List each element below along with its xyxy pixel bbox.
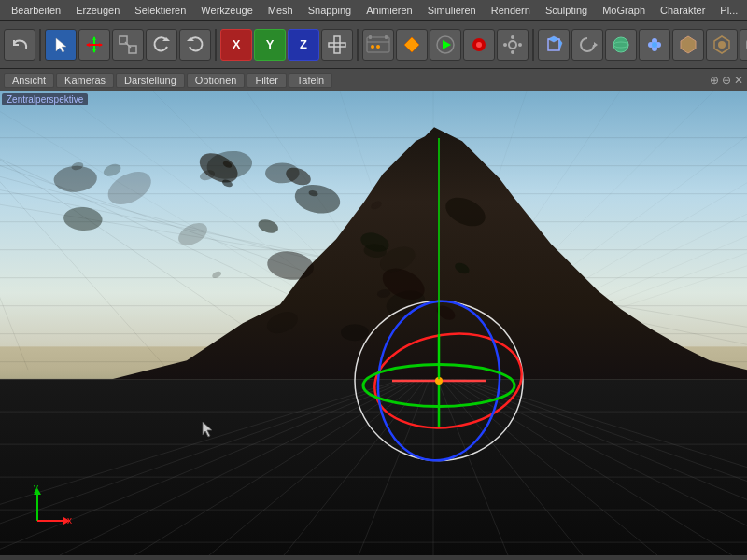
toolbar: X Y Z: [0, 21, 747, 69]
menu-sculpting[interactable]: Sculpting: [538, 3, 595, 18]
menu-selektieren[interactable]: Selektieren: [127, 3, 193, 18]
view-rotate-button[interactable]: [571, 29, 603, 61]
menu-bar: Bearbeiten Erzeugen Selektieren Werkzeug…: [0, 0, 747, 21]
svg-point-26: [511, 50, 514, 54]
svg-marker-3: [92, 49, 96, 53]
axis-z-label: Z: [300, 37, 307, 51]
view-flower-button[interactable]: [639, 29, 670, 61]
toolbar-sep-3: [357, 29, 359, 61]
svg-marker-2: [92, 36, 96, 40]
select-tool-button[interactable]: [45, 29, 77, 61]
menu-rendern[interactable]: Rendern: [484, 3, 538, 18]
axis-y-label: Y: [266, 37, 275, 51]
menu-charakter[interactable]: Charakter: [653, 3, 712, 18]
view-minus-icon[interactable]: ⊖: [722, 74, 731, 87]
view-tafeln-menu[interactable]: Tafeln: [289, 73, 332, 88]
svg-marker-4: [86, 43, 90, 47]
svg-point-42: [718, 41, 726, 49]
rotate-ccw-button[interactable]: [179, 29, 211, 61]
svg-point-33: [613, 37, 628, 52]
view-darstellung-menu[interactable]: Darstellung: [116, 73, 185, 88]
menu-erzeugen[interactable]: Erzeugen: [68, 3, 127, 18]
menu-mesh[interactable]: Mesh: [261, 3, 301, 18]
svg-point-17: [371, 45, 374, 49]
camera-button[interactable]: [740, 29, 747, 61]
svg-marker-30: [548, 36, 559, 42]
menu-simulieren[interactable]: Simulieren: [420, 3, 484, 18]
svg-point-18: [376, 45, 380, 49]
svg-rect-12: [334, 36, 340, 53]
svg-marker-32: [594, 42, 598, 48]
svg-marker-19: [404, 37, 419, 52]
timeline-button[interactable]: [362, 29, 394, 61]
rotate-cw-button[interactable]: [146, 29, 177, 61]
axes-indicator: x y: [19, 483, 75, 537]
view-optionen-menu[interactable]: Optionen: [187, 73, 246, 88]
view-cube-button[interactable]: [538, 29, 570, 61]
keyframe-button[interactable]: [396, 29, 428, 61]
axis-x-label: X: [233, 37, 241, 51]
menu-bearbeiten[interactable]: Bearbeiten: [4, 3, 68, 18]
toolbar-sep-4: [532, 29, 534, 61]
viewport[interactable]: Zentralperspektive x y: [0, 91, 747, 555]
svg-text:x: x: [67, 515, 72, 525]
menu-pl[interactable]: Pl...: [712, 3, 745, 18]
view-sphere-button[interactable]: [605, 29, 637, 61]
svg-marker-21: [443, 40, 451, 49]
view-plus-icon[interactable]: ⊕: [710, 74, 719, 87]
svg-text:y: y: [34, 483, 38, 493]
record-button[interactable]: [463, 29, 495, 61]
undo-button[interactable]: [4, 29, 35, 61]
svg-marker-5: [99, 43, 103, 47]
svg-point-24: [509, 41, 516, 49]
toolbar-sep-2: [215, 29, 217, 61]
view-hex-button[interactable]: [672, 29, 704, 61]
svg-point-28: [518, 43, 522, 47]
menu-snapping[interactable]: Snapping: [301, 3, 359, 18]
menu-werkzeuge[interactable]: Werkzeuge: [193, 3, 260, 18]
view-kameras-menu[interactable]: Kameras: [56, 73, 114, 88]
axis-y-button[interactable]: Y: [254, 29, 286, 61]
viewport-label: Zentralperspektive: [2, 93, 88, 105]
svg-line-8: [125, 42, 131, 48]
anim-settings-button[interactable]: [497, 29, 529, 61]
transform-mode-button[interactable]: [321, 29, 353, 61]
svg-point-39: [652, 42, 657, 48]
scale-tool-button[interactable]: [112, 29, 144, 61]
view-close-icon[interactable]: ✕: [734, 74, 743, 87]
toolbar-sep-1: [39, 29, 41, 61]
view-controls-bar: Ansicht Kameras Darstellung Optionen Fil…: [0, 69, 747, 91]
svg-point-25: [511, 35, 514, 39]
menu-mograph[interactable]: MoGraph: [595, 3, 653, 18]
svg-marker-31: [559, 39, 562, 50]
axis-z-button[interactable]: Z: [288, 29, 319, 61]
svg-point-27: [503, 43, 507, 47]
move-tool-button[interactable]: [78, 29, 110, 61]
svg-rect-15: [385, 35, 388, 39]
view-icon-group: ⊕ ⊖ ✕: [710, 74, 743, 87]
view-ansicht-menu[interactable]: Ansicht: [4, 73, 54, 88]
svg-rect-11: [329, 43, 345, 47]
view-filter-menu[interactable]: Filter: [247, 73, 286, 88]
axis-x-button[interactable]: X: [220, 29, 252, 61]
svg-marker-40: [681, 36, 696, 53]
svg-point-23: [476, 42, 482, 48]
svg-rect-14: [369, 35, 372, 39]
view-hex2-button[interactable]: [706, 29, 738, 61]
animate-button[interactable]: [430, 29, 461, 61]
menu-animieren[interactable]: Animieren: [359, 3, 420, 18]
